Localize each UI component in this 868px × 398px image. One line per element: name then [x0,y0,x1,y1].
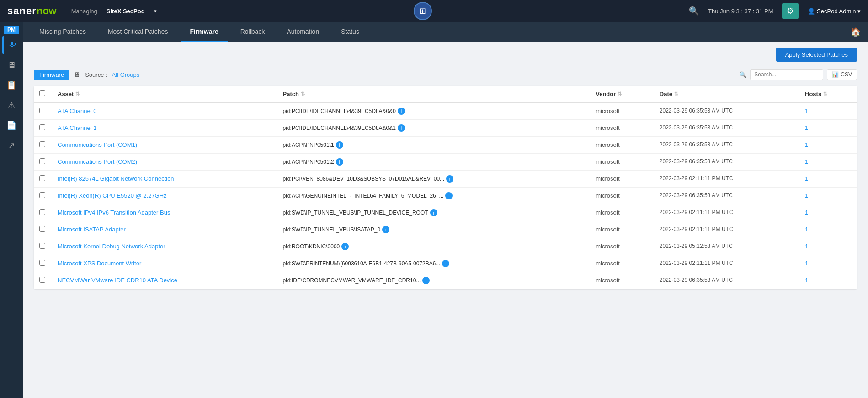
asset-link[interactable]: ATA Channel 1 [58,124,97,131]
vendor-cell: microsoft [590,204,654,221]
date-cell: 2022-03-29 06:35:53 AM UTC [654,102,799,120]
all-groups-link[interactable]: All Groups [112,71,140,78]
hosts-value[interactable]: 1 [805,192,808,199]
hosts-value[interactable]: 1 [805,243,808,250]
tab-status[interactable]: Status [332,22,368,42]
row-checkbox-9[interactable] [39,260,45,266]
table-row: Microsoft Kernel Debug Network Adapterpi… [34,238,857,255]
patch-info-icon[interactable]: i [430,209,437,216]
sort-patch-icon[interactable]: ⇅ [301,91,305,97]
patch-info-icon[interactable]: i [398,124,405,132]
asset-link[interactable]: Microsoft Kernel Debug Network Adapter [58,243,165,250]
hosts-value[interactable]: 1 [805,141,808,148]
row-checkbox-3[interactable] [39,158,45,164]
vendor-cell: microsoft [590,272,654,289]
hosts-value[interactable]: 1 [805,158,808,165]
tab-missing-patches[interactable]: Missing Patches [30,22,95,42]
apply-selected-patches-button[interactable]: Apply Selected Patches [776,48,857,62]
row-checkbox-4[interactable] [39,175,45,181]
asset-link[interactable]: Intel(R) Xeon(R) CPU E5520 @ 2.27GHz [58,192,167,199]
asset-link[interactable]: Microsoft XPS Document Writer [58,260,141,267]
patch-info-icon[interactable]: i [336,158,343,166]
sort-date-icon[interactable]: ⇅ [674,91,678,97]
sort-hosts-icon[interactable]: ⇅ [823,91,827,97]
asset-link[interactable]: ATA Channel 0 [58,108,97,114]
patch-info-icon[interactable]: i [442,260,449,267]
asset-link[interactable]: NECVMWar VMware IDE CDR10 ATA Device [58,277,177,284]
col-hosts: Hosts ⇅ [799,86,857,102]
hosts-value[interactable]: 1 [805,124,808,131]
hosts-value[interactable]: 1 [805,108,808,114]
hosts-value[interactable]: 1 [805,260,808,267]
hosts-value[interactable]: 1 [805,175,808,182]
select-all-checkbox[interactable] [39,90,45,96]
sidebar-item-eye[interactable]: 👁 [2,36,21,54]
row-checkbox-0[interactable] [39,108,45,113]
row-checkbox-5[interactable] [39,192,45,198]
patch-info-icon[interactable]: i [445,192,453,199]
asset-link[interactable]: Communications Port (COM2) [58,158,137,165]
sidebar-item-export[interactable]: ↗ [2,136,21,155]
patch-info-icon[interactable]: i [446,175,453,183]
settings-button[interactable]: ⚙ [782,3,799,19]
row-checkbox-6[interactable] [39,209,45,215]
date-cell: 2022-03-29 06:35:53 AM UTC [654,120,799,137]
search-icon[interactable]: 🔍 [689,6,699,16]
export-icon: ↗ [8,140,15,151]
search-input[interactable] [750,69,823,80]
sidebar-item-alert[interactable]: ⚠ [2,96,21,114]
row-checkbox-10[interactable] [39,277,45,283]
asset-link[interactable]: Microsoft IPv4 IPv6 Transition Adapter B… [58,209,170,216]
asset-link[interactable]: Intel(R) 82574L Gigabit Network Connecti… [58,175,174,182]
row-checkbox-2[interactable] [39,141,45,147]
date-cell: 2022-03-29 02:11:11 PM UTC [654,171,799,188]
hosts-value[interactable]: 1 [805,277,808,284]
row-checkbox-8[interactable] [39,243,45,249]
patch-info-icon[interactable]: i [422,277,430,284]
hosts-value[interactable]: 1 [805,209,808,216]
vendor-cell: microsoft [590,154,654,171]
vendor-cell: microsoft [590,102,654,120]
site-name[interactable]: SiteX.SecPod [107,8,145,15]
sort-asset-icon[interactable]: ⇅ [75,91,80,97]
patch-id: pid:ACPI\PNP0501\1 [283,142,334,148]
sort-vendor-icon[interactable]: ⇅ [618,91,622,97]
grid-icon: ⊞ [419,6,426,16]
sidebar: PM 👁 🖥 📋 ⚠ 📄 ↗ [0,22,23,398]
patch-id: pid:ACPI\PNP0501\2 [283,159,334,165]
home-icon[interactable]: 🏠 [851,27,861,37]
patch-info-icon[interactable]: i [341,243,349,250]
row-checkbox-1[interactable] [39,124,45,130]
row-checkbox-7[interactable] [39,226,45,232]
user-menu[interactable]: 👤 SecPod Admin ▾ [808,8,861,15]
sidebar-item-monitor[interactable]: 🖥 [2,56,21,74]
asset-link[interactable]: Microsoft ISATAP Adapter [58,226,126,233]
patch-id: pid:SWD\IP_TUNNEL_VBUS\IP_TUNNEL_DEVICE_… [283,210,428,216]
vendor-cell: microsoft [590,137,654,154]
logo: sanernow [7,5,57,17]
tab-automation[interactable]: Automation [277,22,328,42]
patch-info-icon[interactable]: i [398,108,405,115]
settings-icon: ⚙ [787,6,794,16]
firmware-table: Asset ⇅ Patch ⇅ Vendor [34,86,857,289]
hosts-value[interactable]: 1 [805,226,808,233]
csv-button[interactable]: 📊 CSV [827,69,857,80]
tab-firmware[interactable]: Firmware [181,22,227,42]
grid-menu-button[interactable]: ⊞ [414,2,432,20]
table-row: Microsoft ISATAP Adapterpid:SWD\IP_TUNNE… [34,221,857,238]
logo-saner: saner [7,5,37,17]
vendor-cell: microsoft [590,188,654,204]
tab-rollback[interactable]: Rollback [231,22,274,42]
patch-info-icon[interactable]: i [336,141,343,149]
patch-id: pid:PCIIDE\IDECHANNEL\4&39EC5D8A&0&0 [283,108,396,114]
patch-info-icon[interactable]: i [382,226,389,233]
search-icon-small[interactable]: 🔍 [739,71,746,78]
tab-most-critical[interactable]: Most Critical Patches [99,22,177,42]
site-dropdown-icon[interactable]: ▾ [154,8,157,14]
sidebar-item-list[interactable]: 📋 [2,76,21,94]
table-row: ATA Channel 0pid:PCIIDE\IDECHANNEL\4&39E… [34,102,857,120]
sidebar-item-doc[interactable]: 📄 [2,116,21,134]
vendor-cell: microsoft [590,255,654,272]
csv-icon: 📊 [832,71,839,78]
asset-link[interactable]: Communications Port (COM1) [58,141,137,148]
